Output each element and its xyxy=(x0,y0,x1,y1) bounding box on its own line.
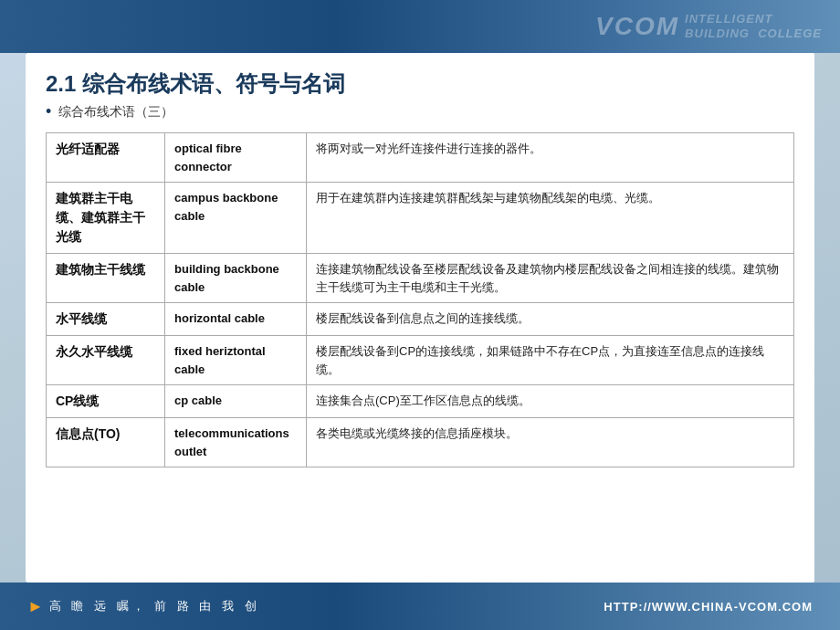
content-area: 2.1 综合布线术语、符号与名词 • 综合布线术语（三） 光纤适配器optica… xyxy=(26,53,814,583)
subtitle: • 综合布线术语（三） xyxy=(46,102,794,121)
term-english: building backbone cable xyxy=(165,254,307,303)
term-chinese: 永久水平线缆 xyxy=(47,336,165,385)
term-english: campus backbone cable xyxy=(165,183,307,254)
term-chinese: 建筑群主干电缆、建筑群主干光缆 xyxy=(47,183,165,254)
term-chinese: 建筑物主干线缆 xyxy=(47,254,165,303)
table-row: 信息点(TO)telecommunications outlet各类电缆或光缆终… xyxy=(47,418,794,467)
footer-url: HTTP://WWW.CHINA-VCOM.COM xyxy=(604,600,813,614)
table-row: 永久水平线缆fixed heriztontal cable楼层配线设备到CP的连… xyxy=(47,336,794,385)
term-description: 楼层配线设备到信息点之间的连接线缆。 xyxy=(307,303,794,336)
table-row: 光纤适配器optical fibre connector将两对或一对光纤连接件进… xyxy=(47,133,794,183)
term-chinese: 光纤适配器 xyxy=(47,133,165,183)
subtitle-text: 综合布线术语（三） xyxy=(58,104,173,121)
term-description: 各类电缆或光缆终接的信息插座模块。 xyxy=(307,418,794,467)
term-english: optical fibre connector xyxy=(165,133,307,183)
term-chinese: 信息点(TO) xyxy=(47,418,165,467)
top-header: VCOM INTELLIGENTBUILDING COLLEGE xyxy=(0,0,840,53)
term-english: telecommunications outlet xyxy=(165,418,307,467)
term-chinese: 水平线缆 xyxy=(47,303,165,336)
footer: ► 高 瞻 远 瞩， 前 路 由 我 创 HTTP://WWW.CHINA-VC… xyxy=(0,583,840,630)
table-row: 建筑群主干电缆、建筑群主干光缆campus backbone cable用于在建… xyxy=(47,183,794,254)
table-row: 水平线缆horizontal cable楼层配线设备到信息点之间的连接线缆。 xyxy=(47,303,794,336)
table-row: 建筑物主干线缆building backbone cable连接建筑物配线设备至… xyxy=(47,254,794,303)
term-english: horizontal cable xyxy=(165,303,307,336)
footer-slogan: 高 瞻 远 瞩， 前 路 由 我 创 xyxy=(49,598,260,614)
logo-text: VCOM xyxy=(595,12,679,41)
logo-sub: INTELLIGENTBUILDING COLLEGE xyxy=(685,12,822,40)
table-row: CP线缆cp cable连接集合点(CP)至工作区信息点的线缆。 xyxy=(47,385,794,418)
footer-left: ► 高 瞻 远 瞩， 前 路 由 我 创 xyxy=(27,597,260,616)
term-table: 光纤适配器optical fibre connector将两对或一对光纤连接件进… xyxy=(46,132,794,467)
term-description: 用于在建筑群内连接建筑群配线架与建筑物配线架的电缆、光缆。 xyxy=(307,183,794,254)
term-english: fixed heriztontal cable xyxy=(165,336,307,385)
term-description: 将两对或一对光纤连接件进行连接的器件。 xyxy=(307,133,794,183)
term-chinese: CP线缆 xyxy=(47,385,165,418)
term-english: cp cable xyxy=(165,385,307,418)
term-description: 楼层配线设备到CP的连接线缆，如果链路中不存在CP点，为直接连至信息点的连接线缆… xyxy=(307,336,794,385)
arrow-icon: ► xyxy=(27,597,44,616)
term-description: 连接集合点(CP)至工作区信息点的线缆。 xyxy=(307,385,794,418)
bullet-icon: • xyxy=(46,102,51,121)
page-title: 2.1 综合布线术语、符号与名词 xyxy=(46,69,794,99)
term-description: 连接建筑物配线设备至楼层配线设备及建筑物内楼层配线设备之间相连接的线缆。建筑物主… xyxy=(307,254,794,303)
